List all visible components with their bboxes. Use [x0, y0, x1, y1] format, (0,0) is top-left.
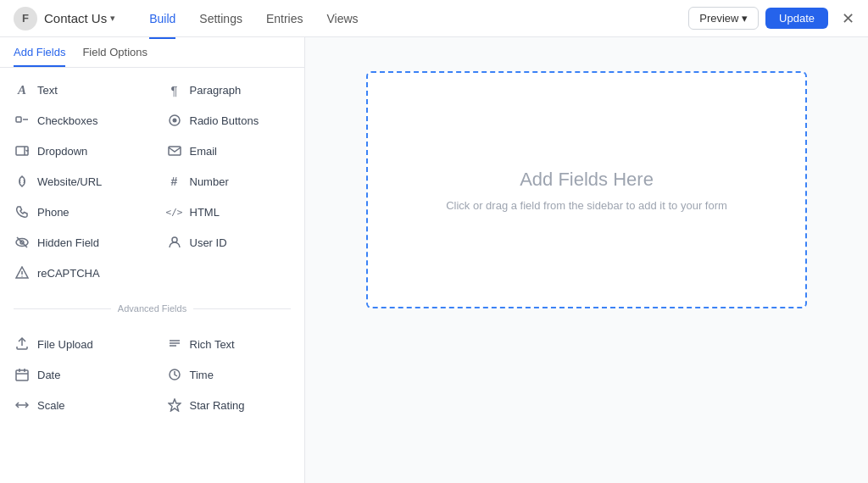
nav-settings[interactable]: Settings: [199, 8, 242, 29]
sidebar: Add Fields Field Options A Text ¶ Paragr…: [0, 37, 305, 483]
svg-point-11: [21, 275, 22, 276]
field-label-radio-buttons: Radio Buttons: [190, 114, 259, 127]
standard-fields-grid: A Text ¶ Paragraph Checkboxes Radio Butt…: [0, 68, 304, 295]
field-label-dropdown: Dropdown: [37, 145, 87, 158]
nav-views[interactable]: Views: [327, 8, 359, 29]
field-item-scale[interactable]: Scale: [0, 390, 153, 420]
field-label-time: Time: [190, 369, 214, 381]
field-label-number: Number: [190, 175, 229, 188]
app-logo: F: [14, 7, 37, 31]
layout: Add Fields Field Options A Text ¶ Paragr…: [0, 37, 868, 483]
svg-rect-15: [16, 370, 28, 380]
field-label-email: Email: [190, 145, 218, 158]
field-item-rich-text[interactable]: Rich Text: [153, 329, 305, 359]
date-icon: [14, 366, 31, 383]
field-item-time[interactable]: Time: [153, 359, 305, 390]
svg-point-10: [172, 237, 177, 242]
field-label-paragraph: Paragraph: [190, 84, 242, 97]
hidden-field-icon: [14, 234, 31, 251]
field-label-rich-text: Rich Text: [190, 338, 235, 351]
file-upload-icon: [14, 336, 31, 353]
sidebar-tabs: Add Fields Field Options: [0, 37, 304, 68]
rich-text-icon: [166, 336, 183, 353]
page-title: Contact Us ▾: [44, 11, 115, 25]
field-label-text: Text: [37, 84, 58, 97]
field-label-scale: Scale: [37, 399, 65, 412]
field-label-star-rating: Star Rating: [190, 399, 245, 412]
field-item-recaptcha[interactable]: reCAPTCHA: [0, 258, 153, 288]
dropdown-icon: [14, 142, 31, 159]
phone-icon: [14, 203, 31, 220]
field-item-radio-buttons[interactable]: Radio Buttons: [153, 105, 305, 136]
radio-buttons-icon: [166, 112, 183, 129]
nav-entries[interactable]: Entries: [266, 8, 303, 29]
html-icon: </>: [166, 203, 183, 220]
field-item-dropdown[interactable]: Dropdown: [0, 136, 153, 166]
svg-rect-0: [16, 117, 21, 122]
title-caret-icon[interactable]: ▾: [110, 13, 115, 24]
field-label-phone: Phone: [37, 206, 70, 219]
field-item-star-rating[interactable]: Star Rating: [153, 390, 305, 420]
paragraph-icon: ¶: [166, 81, 183, 98]
recaptcha-icon: [14, 264, 31, 281]
user-id-icon: [166, 234, 183, 251]
scale-icon: [14, 397, 31, 414]
advanced-fields-label: Advanced Fields: [118, 303, 186, 314]
field-label-html: HTML: [190, 206, 220, 219]
field-item-website-url[interactable]: Website/URL: [0, 166, 153, 197]
drop-zone-subtitle: Click or drag a field from the sidebar t…: [446, 199, 727, 212]
svg-rect-6: [169, 147, 181, 155]
field-item-user-id[interactable]: User ID: [153, 227, 305, 258]
close-button[interactable]: ✕: [842, 9, 854, 28]
drop-zone[interactable]: Add Fields Here Click or drag a field fr…: [366, 71, 807, 308]
field-label-checkboxes: Checkboxes: [37, 114, 98, 127]
field-item-phone[interactable]: Phone: [0, 197, 153, 227]
text-icon: A: [14, 81, 31, 98]
tab-add-fields[interactable]: Add Fields: [14, 37, 65, 67]
field-item-number[interactable]: # Number: [153, 166, 305, 197]
field-item-date[interactable]: Date: [0, 359, 153, 390]
email-icon: [166, 142, 183, 159]
main-nav: Build Settings Entries Views: [149, 8, 358, 29]
field-label-recaptcha: reCAPTCHA: [37, 267, 100, 280]
svg-marker-21: [169, 399, 181, 411]
field-label-hidden-field: Hidden Field: [37, 236, 99, 249]
field-item-html[interactable]: </> HTML: [153, 197, 305, 227]
field-item-hidden-field[interactable]: Hidden Field: [0, 227, 153, 258]
field-label-website-url: Website/URL: [37, 175, 102, 188]
nav-build[interactable]: Build: [149, 8, 175, 29]
header: F Contact Us ▾ Build Settings Entries Vi…: [0, 0, 868, 37]
field-label-date: Date: [37, 369, 60, 381]
preview-button[interactable]: Preview ▾: [688, 7, 759, 30]
advanced-fields-divider: Advanced Fields: [0, 295, 304, 322]
field-item-paragraph[interactable]: ¶ Paragraph: [153, 75, 305, 105]
star-rating-icon: [166, 397, 183, 414]
field-item-checkboxes[interactable]: Checkboxes: [0, 105, 153, 136]
field-item-file-upload[interactable]: File Upload: [0, 329, 153, 359]
update-button[interactable]: Update: [765, 8, 828, 29]
header-actions: Preview ▾ Update ✕: [688, 7, 854, 30]
field-item-email[interactable]: Email: [153, 136, 305, 166]
website-url-icon: [14, 173, 31, 190]
checkboxes-icon: [14, 112, 31, 129]
field-label-user-id: User ID: [190, 236, 227, 249]
advanced-fields-grid: File Upload Rich Text Date Time: [0, 322, 304, 427]
number-icon: #: [166, 173, 183, 190]
drop-zone-title: Add Fields Here: [520, 169, 654, 191]
field-item-text[interactable]: A Text: [0, 75, 153, 105]
tab-field-options[interactable]: Field Options: [82, 37, 147, 67]
field-label-file-upload: File Upload: [37, 338, 93, 351]
main-content: Add Fields Here Click or drag a field fr…: [305, 37, 868, 483]
time-icon: [166, 366, 183, 383]
svg-point-3: [172, 119, 176, 123]
